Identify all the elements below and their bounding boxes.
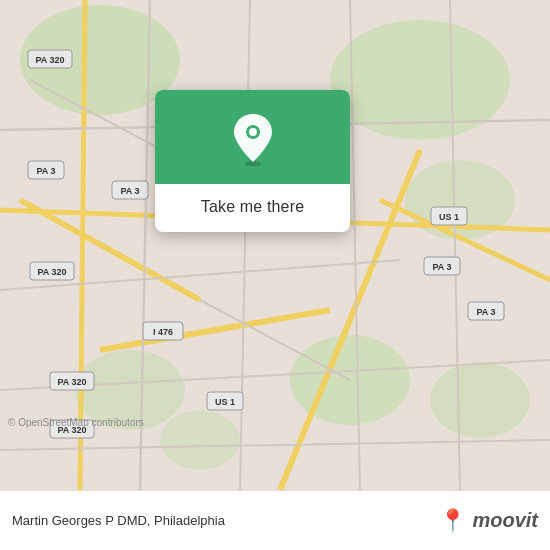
svg-point-50 — [249, 128, 257, 136]
svg-point-7 — [430, 362, 530, 438]
map-view[interactable]: PA 320 PA 3 PA 3 PA 320 PA 320 I 476 US … — [0, 0, 550, 490]
svg-text:US 1: US 1 — [215, 397, 235, 407]
svg-text:PA 320: PA 320 — [37, 267, 66, 277]
moovit-brand-label: moovit — [472, 509, 538, 532]
info-bar: Martin Georges P DMD, Philadelphia 📍 moo… — [0, 490, 550, 550]
take-me-there-button[interactable]: Take me there — [185, 184, 320, 232]
svg-point-6 — [160, 410, 240, 470]
svg-text:I 476: I 476 — [153, 327, 173, 337]
svg-text:PA 3: PA 3 — [120, 186, 139, 196]
svg-text:PA 320: PA 320 — [57, 377, 86, 387]
svg-text:US 1: US 1 — [439, 212, 459, 222]
map-copyright: © OpenStreetMap contributors — [8, 417, 144, 428]
location-popup: Take me there — [155, 90, 350, 232]
svg-text:PA 3: PA 3 — [476, 307, 495, 317]
moovit-pin-icon: 📍 — [439, 508, 466, 534]
svg-text:PA 3: PA 3 — [36, 166, 55, 176]
svg-text:PA 320: PA 320 — [35, 55, 64, 65]
popup-header — [155, 90, 350, 184]
svg-text:PA 3: PA 3 — [432, 262, 451, 272]
location-pin-icon — [230, 112, 276, 166]
location-info-text: Martin Georges P DMD, Philadelphia — [12, 513, 225, 528]
moovit-logo: 📍 moovit — [439, 508, 538, 534]
